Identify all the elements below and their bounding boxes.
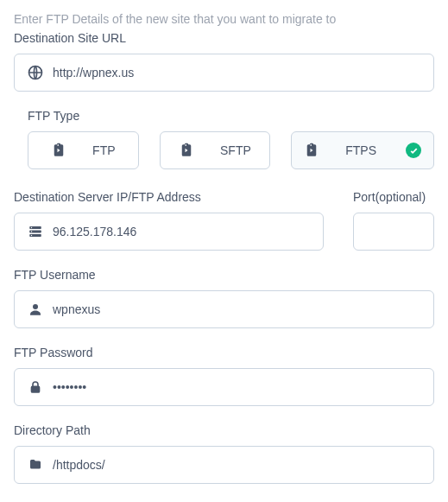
port-label: Port(optional)	[353, 190, 434, 204]
password-label: FTP Password	[14, 346, 434, 359]
clipboard-icon	[179, 143, 194, 158]
lock-icon	[27, 378, 44, 396]
port-input[interactable]	[354, 213, 433, 250]
ftp-type-option-sftp[interactable]: SFTP	[160, 131, 271, 169]
username-input-wrap[interactable]	[14, 290, 434, 328]
dest-url-section: Destination Site URL	[14, 31, 434, 92]
ftp-type-option-ftps[interactable]: FTPS	[291, 131, 434, 169]
ftp-type-section: FTP Type FTP SFTP FTPS	[14, 109, 434, 169]
svg-point-7	[33, 304, 38, 309]
username-label: FTP Username	[14, 268, 434, 282]
password-input[interactable]	[53, 380, 421, 394]
server-ip-input-wrap[interactable]	[14, 213, 324, 251]
dest-url-label: Destination Site URL	[14, 31, 434, 45]
clipboard-icon	[304, 143, 319, 158]
check-icon	[406, 143, 421, 158]
ip-port-row: Destination Server IP/FTP Address Port(o…	[14, 187, 434, 251]
directory-section: Directory Path	[14, 423, 434, 484]
server-ip-label: Destination Server IP/FTP Address	[14, 190, 324, 204]
directory-input[interactable]	[53, 458, 421, 472]
instruction-text: Enter FTP Details of the new site that y…	[14, 12, 434, 26]
user-icon	[27, 301, 44, 318]
ftp-type-option-label: SFTP	[220, 143, 251, 157]
clipboard-icon	[51, 143, 66, 158]
password-input-wrap[interactable]	[14, 368, 434, 406]
dest-url-input-wrap[interactable]	[14, 54, 434, 92]
svg-point-5	[31, 231, 32, 232]
ftp-type-option-ftp[interactable]: FTP	[28, 131, 139, 169]
directory-label: Directory Path	[14, 423, 434, 437]
server-icon	[27, 223, 44, 240]
globe-icon	[27, 64, 44, 81]
username-section: FTP Username	[14, 268, 434, 328]
port-input-wrap[interactable]	[353, 213, 434, 251]
ftp-type-row: FTP SFTP FTPS	[28, 131, 434, 169]
folder-icon	[27, 456, 44, 473]
svg-point-4	[31, 227, 32, 228]
svg-rect-8	[32, 386, 40, 392]
ftp-type-option-label: FTP	[92, 143, 115, 157]
ftp-type-label: FTP Type	[28, 109, 434, 123]
username-input[interactable]	[53, 302, 421, 316]
password-section: FTP Password	[14, 346, 434, 406]
server-ip-input[interactable]	[53, 225, 311, 238]
ftp-type-option-label: FTPS	[345, 143, 376, 157]
svg-point-6	[31, 235, 32, 236]
directory-input-wrap[interactable]	[14, 446, 434, 484]
port-col: Port(optional)	[353, 187, 434, 251]
dest-url-input[interactable]	[53, 66, 421, 79]
server-ip-col: Destination Server IP/FTP Address	[14, 187, 324, 251]
